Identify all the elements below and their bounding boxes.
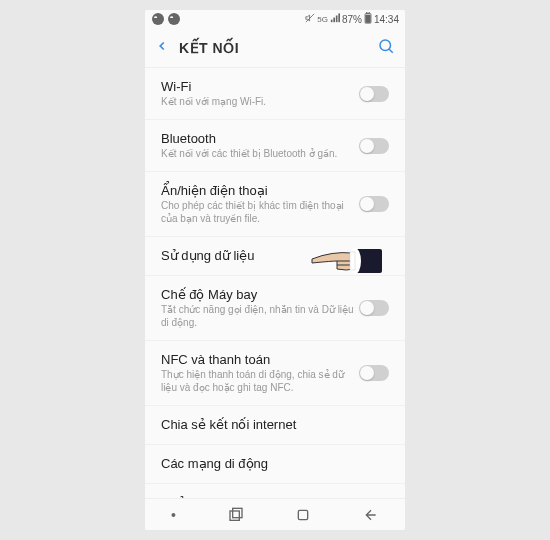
setting-text: Ẩn/hiện điện thoạiCho phép các thiết bị … (161, 183, 359, 225)
setting-text: Chia sẻ kết nối internet (161, 417, 389, 433)
setting-description: Tắt chức năng gọi điện, nhắn tin và Dữ l… (161, 303, 359, 329)
setting-title: Wi-Fi (161, 79, 359, 94)
setting-item[interactable]: Chế độ Máy bayTắt chức năng gọi điện, nh… (145, 276, 405, 341)
setting-title: NFC và thanh toán (161, 352, 359, 367)
notification-icon (168, 13, 180, 25)
svg-rect-4 (338, 13, 340, 22)
toggle-switch[interactable] (359, 196, 389, 212)
toggle-switch[interactable] (359, 300, 389, 316)
svg-rect-11 (232, 508, 241, 517)
svg-rect-2 (333, 18, 335, 23)
mute-icon (305, 13, 315, 25)
setting-item[interactable]: NFC và thanh toánThực hiện thanh toán di… (145, 341, 405, 406)
setting-title: Chia sẻ kết nối internet (161, 417, 389, 432)
page-title: KẾT NỐI (179, 40, 377, 56)
battery-icon (364, 12, 372, 26)
setting-text: Chế độ Máy bayTắt chức năng gọi điện, nh… (161, 287, 359, 329)
nav-recent-button[interactable] (228, 507, 244, 523)
svg-rect-12 (299, 510, 308, 519)
signal-bars-icon (330, 13, 340, 25)
setting-description: Kết nối với mạng Wi-Fi. (161, 95, 359, 108)
setting-title: Các mạng di động (161, 456, 389, 471)
svg-rect-15 (350, 252, 355, 270)
svg-rect-10 (230, 511, 239, 520)
setting-item[interactable]: Ẩn/hiện điện thoạiCho phép các thiết bị … (145, 172, 405, 237)
navigation-bar: • (145, 498, 405, 530)
clock: 14:34 (374, 14, 399, 25)
nav-back-button[interactable] (363, 507, 379, 523)
toggle-switch[interactable] (359, 86, 389, 102)
svg-rect-7 (366, 15, 371, 23)
svg-line-9 (389, 49, 393, 53)
setting-item[interactable]: Chia sẻ kết nối internet (145, 406, 405, 445)
search-button[interactable] (377, 37, 395, 59)
setting-description: Thực hiện thanh toán di động, chia sẻ dữ… (161, 368, 359, 394)
setting-text: Wi-FiKết nối với mạng Wi-Fi. (161, 79, 359, 108)
setting-text: BluetoothKết nối với các thiết bị Blueto… (161, 131, 359, 160)
status-bar: 5G 87% 14:34 (145, 10, 405, 28)
setting-title: Ẩn/hiện điện thoại (161, 183, 359, 198)
setting-text: Các mạng di động (161, 456, 389, 472)
setting-title: Chế độ Máy bay (161, 287, 359, 302)
notification-icon (152, 13, 164, 25)
setting-text: NFC và thanh toánThực hiện thanh toán di… (161, 352, 359, 394)
signal-icon: 5G (317, 15, 328, 24)
setting-description: Cho phép các thiết bị khác tìm điện thoạ… (161, 199, 359, 225)
toggle-switch[interactable] (359, 365, 389, 381)
battery-percent: 87% (342, 14, 362, 25)
status-left (151, 13, 181, 25)
nav-menu-icon[interactable]: • (171, 507, 176, 523)
setting-item[interactable]: Các mạng di động (145, 445, 405, 484)
setting-description: Kết nối với các thiết bị Bluetooth ở gần… (161, 147, 359, 160)
svg-rect-3 (336, 16, 338, 23)
svg-rect-6 (366, 12, 369, 14)
toggle-switch[interactable] (359, 138, 389, 154)
status-right: 5G 87% 14:34 (305, 12, 399, 26)
svg-point-8 (380, 40, 391, 51)
pointing-hand-icon (302, 241, 382, 281)
settings-list[interactable]: Wi-FiKết nối với mạng Wi-Fi.BluetoothKết… (145, 68, 405, 498)
app-header: KẾT NỐI (145, 28, 405, 68)
setting-item[interactable]: Wi-FiKết nối với mạng Wi-Fi. (145, 68, 405, 120)
back-button[interactable] (155, 37, 169, 58)
svg-rect-1 (331, 20, 333, 23)
setting-title: Bluetooth (161, 131, 359, 146)
nav-home-button[interactable] (295, 507, 311, 523)
setting-item[interactable]: BluetoothKết nối với các thiết bị Blueto… (145, 120, 405, 172)
setting-item[interactable]: Quản lý SIM (145, 484, 405, 498)
